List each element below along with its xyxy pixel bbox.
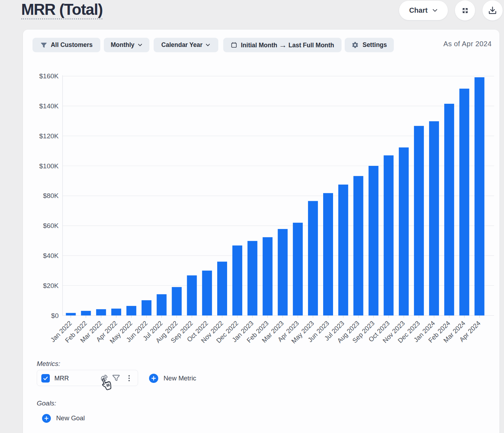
svg-text:$0: $0 <box>51 312 59 319</box>
svg-text:$80K: $80K <box>43 192 59 199</box>
svg-text:$120K: $120K <box>39 132 59 140</box>
svg-text:$60K: $60K <box>43 222 59 229</box>
svg-text:$160K: $160K <box>39 72 59 80</box>
svg-text:$140K: $140K <box>39 102 59 110</box>
svg-text:$20K: $20K <box>43 282 59 289</box>
svg-text:$100K: $100K <box>39 162 59 170</box>
svg-text:$40K: $40K <box>43 252 59 259</box>
